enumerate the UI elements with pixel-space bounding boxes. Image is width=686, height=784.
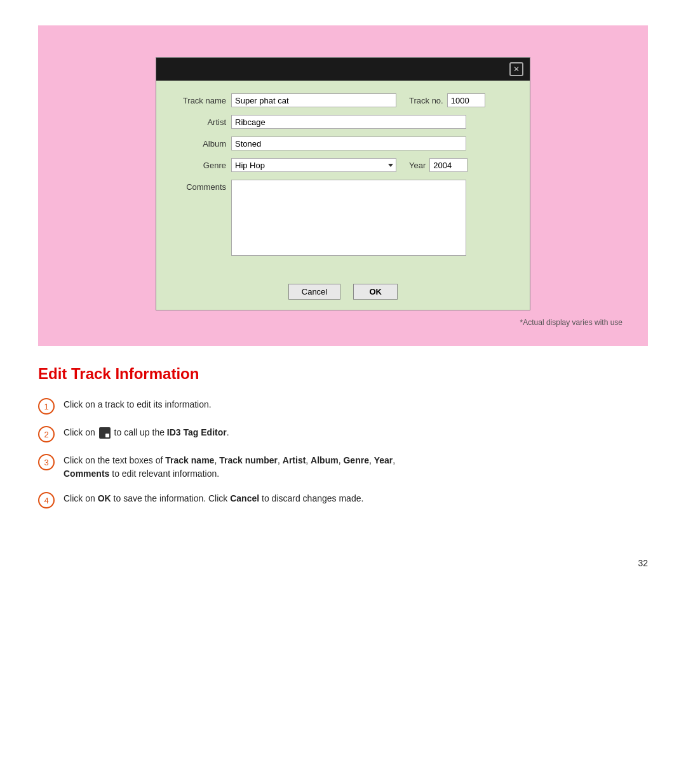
step-2-period: .: [227, 427, 229, 437]
step-1: 1 Click on a track to edit its informati…: [38, 398, 648, 415]
screenshot-area: ✕ Track name Track no. Artist Album: [38, 25, 648, 346]
step-number-1: 1: [38, 398, 55, 415]
track-no-label: Track no.: [409, 96, 443, 105]
step-3-artist: Artist: [283, 455, 306, 465]
step-2-before: Click on: [64, 427, 98, 437]
step-3-before: Click on the text boxes of: [64, 455, 165, 465]
disclaimer-text: *Actual display varies with use: [64, 318, 622, 327]
dialog-titlebar: ✕: [156, 58, 530, 81]
steps-list: 1 Click on a track to edit its informati…: [38, 398, 648, 508]
step-3-year: Year: [374, 455, 393, 465]
artist-label: Artist: [169, 117, 226, 127]
step-4-middle: to save the information. Click: [111, 493, 231, 503]
id3-tag-editor-dialog: ✕ Track name Track no. Artist Album: [156, 57, 530, 310]
step-1-text: Click on a track to edit its information…: [64, 398, 212, 411]
id3-tag-icon: [99, 427, 111, 439]
step-4-cancel: Cancel: [230, 493, 259, 503]
track-name-row: Track name Track no.: [169, 93, 511, 107]
step-number-3: 3: [38, 454, 55, 470]
step-4-before: Click on: [64, 493, 98, 503]
step-4-ok: OK: [98, 493, 111, 503]
step-4-after: to discard changes made.: [259, 493, 363, 503]
page-number: 32: [0, 545, 686, 581]
ok-button[interactable]: OK: [353, 284, 398, 300]
main-content: Edit Track Information 1 Click on a trac…: [0, 346, 686, 545]
track-name-label: Track name: [169, 96, 226, 105]
genre-select[interactable]: Hip Hop: [231, 158, 396, 172]
step-3-album: Album: [311, 455, 339, 465]
step-number-4: 4: [38, 492, 55, 508]
artist-row: Artist: [169, 115, 511, 129]
cancel-button[interactable]: Cancel: [288, 284, 340, 300]
step-4: 4 Click on OK to save the information. C…: [38, 492, 648, 508]
comments-row: Comments: [169, 180, 511, 256]
track-name-input[interactable]: [231, 93, 396, 107]
album-input[interactable]: [231, 136, 466, 150]
artist-input[interactable]: [231, 115, 466, 129]
step-3: 3 Click on the text boxes of Track name,…: [38, 454, 648, 481]
step-3-comma1: ,: [214, 455, 219, 465]
step-3-text: Click on the text boxes of Track name, T…: [64, 454, 395, 481]
genre-row: Genre Hip Hop Year: [169, 158, 511, 172]
track-no-input[interactable]: [447, 93, 485, 107]
track-no-group: Track no.: [409, 93, 485, 107]
step-2-text: Click on to call up the ID3 Tag Editor.: [64, 426, 229, 439]
dialog-body: Track name Track no. Artist Album Genre: [156, 81, 530, 279]
close-icon: ✕: [513, 65, 520, 74]
comments-textarea[interactable]: [231, 180, 466, 256]
album-label: Album: [169, 139, 226, 149]
step-number-2: 2: [38, 426, 55, 442]
dialog-footer: Cancel OK: [156, 279, 530, 310]
step-2: 2 Click on to call up the ID3 Tag Editor…: [38, 426, 648, 442]
page-title: Edit Track Information: [38, 365, 648, 383]
step-3-bold-fields: Track name: [165, 455, 214, 465]
year-label: Year: [409, 161, 426, 170]
album-row: Album: [169, 136, 511, 150]
step-3-track-number: Track number: [219, 455, 278, 465]
close-button[interactable]: ✕: [509, 62, 523, 76]
step-2-bold: ID3 Tag Editor: [167, 427, 227, 437]
genre-label: Genre: [169, 161, 226, 170]
step-3-after: to edit relevant information.: [109, 468, 219, 479]
year-group: Year: [409, 158, 467, 172]
step-2-after: to call up the: [114, 427, 167, 437]
step-3-genre: Genre: [343, 455, 368, 465]
comments-label: Comments: [169, 180, 226, 192]
step-3-comments: Comments: [64, 468, 109, 479]
year-input[interactable]: [429, 158, 467, 172]
step-4-text: Click on OK to save the information. Cli…: [64, 492, 363, 505]
